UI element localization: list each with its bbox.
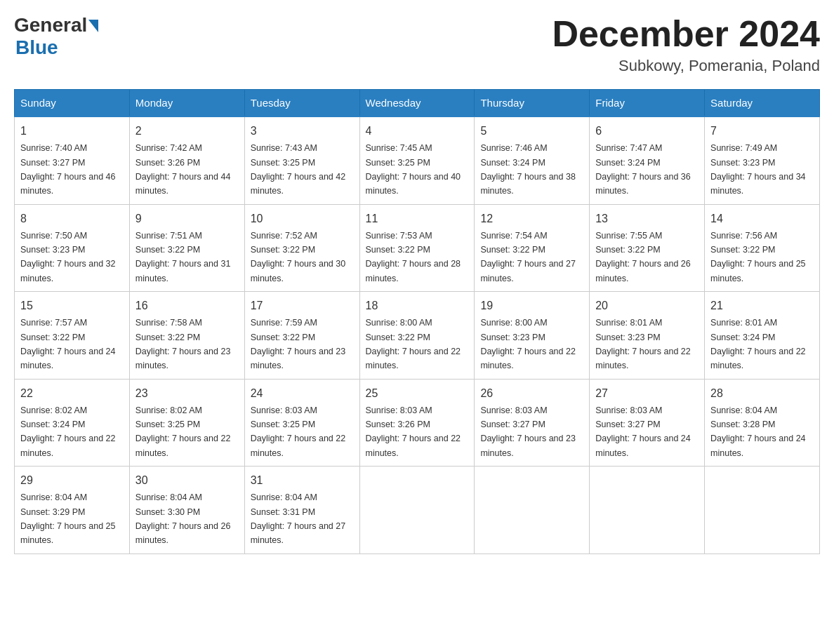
- day-number: 13: [595, 210, 699, 227]
- day-number: 8: [20, 210, 124, 227]
- table-row: [359, 467, 475, 554]
- day-info: Sunrise: 8:04 AMSunset: 3:30 PMDaylight:…: [135, 492, 231, 545]
- table-row: 24 Sunrise: 8:03 AMSunset: 3:25 PMDaylig…: [244, 379, 359, 467]
- day-info: Sunrise: 7:59 AMSunset: 3:22 PMDaylight:…: [251, 318, 346, 370]
- calendar-week-row: 1 Sunrise: 7:40 AMSunset: 3:27 PMDayligh…: [15, 116, 820, 204]
- day-number: 6: [595, 123, 699, 140]
- table-row: 25 Sunrise: 8:03 AMSunset: 3:26 PMDaylig…: [359, 379, 475, 467]
- day-number: 4: [366, 123, 469, 140]
- day-info: Sunrise: 8:00 AMSunset: 3:23 PMDaylight:…: [480, 318, 576, 370]
- calendar-week-row: 8 Sunrise: 7:50 AMSunset: 3:23 PMDayligh…: [15, 204, 820, 292]
- day-info: Sunrise: 7:40 AMSunset: 3:27 PMDaylight:…: [20, 143, 116, 196]
- table-row: 6 Sunrise: 7:47 AMSunset: 3:24 PMDayligh…: [590, 116, 705, 204]
- day-number: 24: [251, 385, 354, 402]
- day-number: 12: [480, 210, 583, 227]
- day-number: 15: [20, 297, 124, 314]
- calendar-week-row: 29 Sunrise: 8:04 AMSunset: 3:29 PMDaylig…: [15, 467, 820, 554]
- table-row: 28 Sunrise: 8:04 AMSunset: 3:28 PMDaylig…: [705, 379, 820, 467]
- table-row: 8 Sunrise: 7:50 AMSunset: 3:23 PMDayligh…: [15, 204, 130, 292]
- day-info: Sunrise: 7:55 AMSunset: 3:22 PMDaylight:…: [595, 231, 691, 283]
- day-info: Sunrise: 7:57 AMSunset: 3:22 PMDaylight:…: [20, 318, 116, 370]
- table-row: 12 Sunrise: 7:54 AMSunset: 3:22 PMDaylig…: [475, 204, 590, 292]
- table-row: 20 Sunrise: 8:01 AMSunset: 3:23 PMDaylig…: [590, 292, 705, 380]
- day-info: Sunrise: 7:47 AMSunset: 3:24 PMDaylight:…: [595, 143, 691, 196]
- table-row: 14 Sunrise: 7:56 AMSunset: 3:22 PMDaylig…: [705, 204, 820, 292]
- day-number: 20: [595, 297, 699, 314]
- table-row: 15 Sunrise: 7:57 AMSunset: 3:22 PMDaylig…: [15, 292, 130, 380]
- day-info: Sunrise: 7:58 AMSunset: 3:22 PMDaylight:…: [135, 318, 231, 370]
- table-row: 18 Sunrise: 8:00 AMSunset: 3:22 PMDaylig…: [359, 292, 475, 380]
- table-row: 27 Sunrise: 8:03 AMSunset: 3:27 PMDaylig…: [590, 379, 705, 467]
- calendar-week-row: 22 Sunrise: 8:02 AMSunset: 3:24 PMDaylig…: [15, 379, 820, 467]
- day-info: Sunrise: 7:42 AMSunset: 3:26 PMDaylight:…: [135, 143, 231, 196]
- table-row: 10 Sunrise: 7:52 AMSunset: 3:22 PMDaylig…: [244, 204, 359, 292]
- day-number: 1: [20, 123, 124, 140]
- table-row: 23 Sunrise: 8:02 AMSunset: 3:25 PMDaylig…: [129, 379, 244, 467]
- table-row: 4 Sunrise: 7:45 AMSunset: 3:25 PMDayligh…: [359, 116, 475, 204]
- table-row: 29 Sunrise: 8:04 AMSunset: 3:29 PMDaylig…: [15, 467, 130, 554]
- calendar-table: Sunday Monday Tuesday Wednesday Thursday…: [14, 89, 820, 554]
- calendar-week-row: 15 Sunrise: 7:57 AMSunset: 3:22 PMDaylig…: [15, 292, 820, 380]
- day-number: 31: [251, 472, 354, 489]
- logo-general-text: General: [14, 14, 87, 36]
- day-info: Sunrise: 7:54 AMSunset: 3:22 PMDaylight:…: [480, 231, 576, 283]
- day-number: 19: [480, 297, 583, 314]
- table-row: 19 Sunrise: 8:00 AMSunset: 3:23 PMDaylig…: [475, 292, 590, 380]
- location-subtitle: Subkowy, Pomerania, Poland: [552, 57, 820, 75]
- day-info: Sunrise: 7:50 AMSunset: 3:23 PMDaylight:…: [20, 231, 116, 283]
- day-number: 18: [366, 297, 469, 314]
- day-number: 27: [595, 385, 699, 402]
- month-year-title: December 2024: [552, 14, 820, 54]
- day-number: 14: [710, 210, 814, 227]
- day-info: Sunrise: 7:45 AMSunset: 3:25 PMDaylight:…: [366, 143, 461, 196]
- table-row: 7 Sunrise: 7:49 AMSunset: 3:23 PMDayligh…: [705, 116, 820, 204]
- table-row: 17 Sunrise: 7:59 AMSunset: 3:22 PMDaylig…: [244, 292, 359, 380]
- calendar-header-row: Sunday Monday Tuesday Wednesday Thursday…: [15, 90, 820, 117]
- day-info: Sunrise: 7:49 AMSunset: 3:23 PMDaylight:…: [710, 143, 806, 196]
- day-number: 3: [251, 123, 354, 140]
- col-sunday: Sunday: [15, 90, 130, 117]
- day-number: 22: [20, 385, 124, 402]
- day-info: Sunrise: 7:53 AMSunset: 3:22 PMDaylight:…: [366, 231, 461, 283]
- table-row: 30 Sunrise: 8:04 AMSunset: 3:30 PMDaylig…: [129, 467, 244, 554]
- day-number: 29: [20, 472, 124, 489]
- day-number: 26: [480, 385, 583, 402]
- table-row: [590, 467, 705, 554]
- day-info: Sunrise: 8:00 AMSunset: 3:22 PMDaylight:…: [366, 318, 461, 370]
- table-row: 13 Sunrise: 7:55 AMSunset: 3:22 PMDaylig…: [590, 204, 705, 292]
- table-row: 11 Sunrise: 7:53 AMSunset: 3:22 PMDaylig…: [359, 204, 475, 292]
- table-row: 5 Sunrise: 7:46 AMSunset: 3:24 PMDayligh…: [475, 116, 590, 204]
- table-row: 21 Sunrise: 8:01 AMSunset: 3:24 PMDaylig…: [705, 292, 820, 380]
- table-row: 3 Sunrise: 7:43 AMSunset: 3:25 PMDayligh…: [244, 116, 359, 204]
- day-number: 25: [366, 385, 469, 402]
- logo: General Blue: [14, 14, 98, 59]
- day-number: 2: [135, 123, 239, 140]
- day-info: Sunrise: 8:03 AMSunset: 3:27 PMDaylight:…: [595, 405, 691, 458]
- table-row: 16 Sunrise: 7:58 AMSunset: 3:22 PMDaylig…: [129, 292, 244, 380]
- col-wednesday: Wednesday: [359, 90, 475, 117]
- day-info: Sunrise: 8:01 AMSunset: 3:23 PMDaylight:…: [595, 318, 691, 370]
- col-thursday: Thursday: [475, 90, 590, 117]
- table-row: 26 Sunrise: 8:03 AMSunset: 3:27 PMDaylig…: [475, 379, 590, 467]
- day-info: Sunrise: 8:01 AMSunset: 3:24 PMDaylight:…: [710, 318, 806, 370]
- day-info: Sunrise: 7:43 AMSunset: 3:25 PMDaylight:…: [251, 143, 346, 196]
- table-row: 2 Sunrise: 7:42 AMSunset: 3:26 PMDayligh…: [129, 116, 244, 204]
- day-number: 16: [135, 297, 239, 314]
- col-tuesday: Tuesday: [244, 90, 359, 117]
- table-row: 9 Sunrise: 7:51 AMSunset: 3:22 PMDayligh…: [129, 204, 244, 292]
- day-info: Sunrise: 8:04 AMSunset: 3:31 PMDaylight:…: [251, 492, 346, 545]
- day-number: 9: [135, 210, 239, 227]
- day-info: Sunrise: 7:56 AMSunset: 3:22 PMDaylight:…: [710, 231, 806, 283]
- day-number: 30: [135, 472, 239, 489]
- title-section: December 2024 Subkowy, Pomerania, Poland: [552, 14, 820, 75]
- page-header: General Blue December 2024 Subkowy, Pome…: [14, 14, 820, 75]
- day-info: Sunrise: 7:52 AMSunset: 3:22 PMDaylight:…: [251, 231, 346, 283]
- table-row: 31 Sunrise: 8:04 AMSunset: 3:31 PMDaylig…: [244, 467, 359, 554]
- day-number: 21: [710, 297, 814, 314]
- day-number: 17: [251, 297, 354, 314]
- table-row: [705, 467, 820, 554]
- col-friday: Friday: [590, 90, 705, 117]
- day-number: 10: [251, 210, 354, 227]
- day-info: Sunrise: 7:51 AMSunset: 3:22 PMDaylight:…: [135, 231, 231, 283]
- logo-arrow-icon: [88, 20, 98, 32]
